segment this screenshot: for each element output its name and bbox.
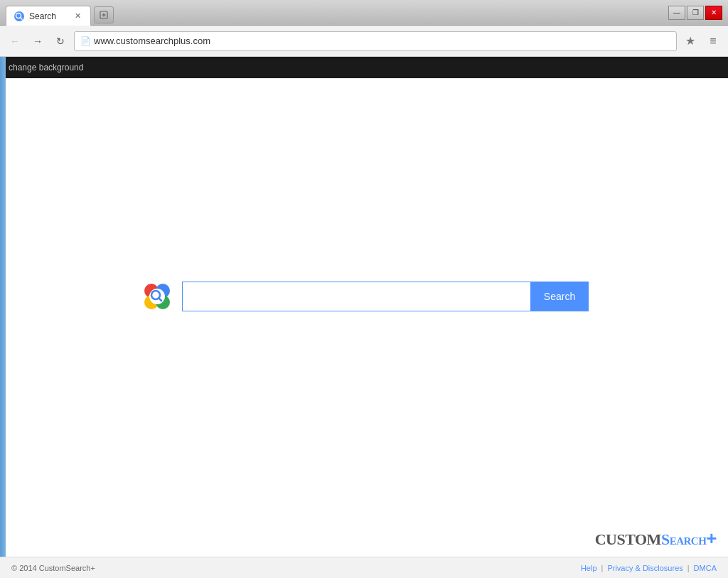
- new-tab-button[interactable]: [94, 6, 114, 23]
- forward-button[interactable]: →: [28, 32, 47, 50]
- search-button[interactable]: Search: [530, 282, 589, 311]
- url-bar[interactable]: 📄: [74, 31, 677, 51]
- dmca-link[interactable]: DMCA: [694, 564, 717, 572]
- brand-name-search2: earch: [670, 530, 707, 548]
- bookmark-button[interactable]: ★: [681, 32, 700, 50]
- page-icon: 📄: [80, 36, 91, 46]
- search-area: Search: [139, 279, 589, 314]
- menu-button[interactable]: ≡: [704, 32, 722, 50]
- left-decorative-strip: [0, 57, 6, 578]
- close-window-button[interactable]: ✕: [705, 6, 722, 20]
- title-bar: Search ✕ — ❐ ✕: [0, 0, 728, 26]
- brand-logo: CustomSearch+: [595, 528, 717, 550]
- browser-tab[interactable]: Search ✕: [6, 6, 91, 26]
- footer-separator-1: |: [601, 564, 604, 572]
- site-logo-icon: [139, 279, 175, 314]
- brand-name-custom: C: [595, 530, 606, 548]
- tab-close-button[interactable]: ✕: [72, 11, 83, 22]
- copyright-text: © 2014 CustomSearch+: [11, 564, 95, 572]
- tab-title: Search: [29, 11, 68, 21]
- search-input-wrapper: Search: [182, 282, 589, 311]
- back-button[interactable]: ←: [6, 32, 24, 50]
- search-input[interactable]: [182, 282, 530, 311]
- url-input[interactable]: [94, 36, 670, 46]
- main-content: Search: [0, 78, 728, 557]
- change-background-link[interactable]: change background: [9, 63, 83, 73]
- top-bar: change background: [0, 57, 728, 78]
- window-controls: — ❐ ✕: [668, 6, 722, 20]
- tab-area: Search ✕: [6, 0, 668, 25]
- minimize-button[interactable]: —: [668, 6, 685, 20]
- address-bar: ← → ↻ 📄 ★ ≡: [0, 26, 728, 57]
- privacy-link[interactable]: Privacy & Disclosures: [607, 564, 682, 572]
- footer: © 2014 CustomSearch+ Help | Privacy & Di…: [0, 557, 728, 578]
- brand-plus-icon: +: [706, 528, 717, 549]
- new-tab-icon: [99, 10, 109, 20]
- footer-links: Help | Privacy & Disclosures | DMCA: [581, 564, 717, 572]
- tab-favicon-icon: [14, 11, 25, 22]
- brand-name-custom2: ustom: [606, 530, 661, 548]
- restore-button[interactable]: ❐: [687, 6, 704, 20]
- footer-separator-2: |: [687, 564, 690, 572]
- brand-name-search: S: [661, 530, 670, 548]
- refresh-button[interactable]: ↻: [51, 32, 70, 50]
- help-link[interactable]: Help: [581, 564, 597, 572]
